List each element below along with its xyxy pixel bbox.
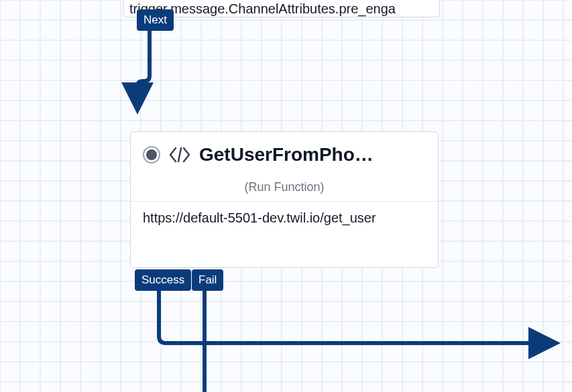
input-connector-icon [143, 146, 160, 164]
widget-title: GetUserFromPho… [199, 144, 426, 166]
widget-detail: https://default-5501-dev.twil.io/get_use… [143, 202, 426, 226]
code-icon [168, 146, 191, 164]
edge-next-to-main [137, 27, 150, 111]
svg-line-0 [178, 148, 181, 161]
port-next[interactable]: Next [137, 9, 174, 31]
flow-canvas[interactable]: trigger.message.ChannelAttributes.pre_en… [0, 0, 572, 392]
edge-success-out [159, 289, 557, 343]
port-fail[interactable]: Fail [192, 269, 223, 291]
widget-get-user[interactable]: GetUserFromPho… (Run Function) https://d… [130, 131, 439, 268]
port-success[interactable]: Success [135, 269, 191, 291]
widget-subtitle: (Run Function) [143, 180, 426, 194]
